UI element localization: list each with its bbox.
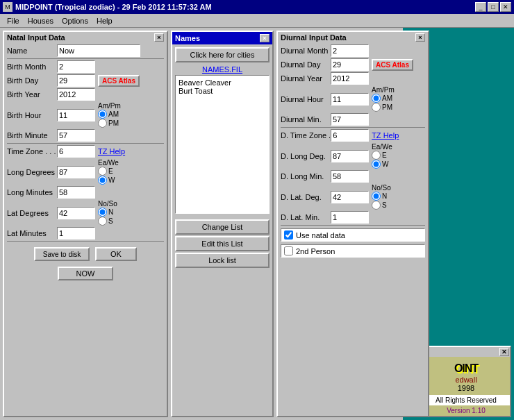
natal-timezone-input[interactable]: [57, 145, 95, 158]
natal-birth-month-input[interactable]: [57, 60, 95, 73]
natal-birth-hour-row: Birth Hour Am/Pm AM PM: [7, 102, 164, 128]
menu-file[interactable]: File: [3, 15, 24, 26]
close-button[interactable]: ✕: [500, 2, 511, 12]
maximize-button[interactable]: □: [488, 2, 499, 12]
natal-w-option[interactable]: W: [98, 176, 119, 185]
natal-name-label: Name: [7, 47, 57, 55]
diurnal-year-label: Diurnal Year: [281, 74, 331, 83]
natal-n-radio[interactable]: [98, 208, 107, 217]
diurnal-year-input[interactable]: [331, 72, 369, 85]
natal-am-option[interactable]: AM: [98, 110, 121, 119]
natal-s-radio[interactable]: [98, 217, 107, 226]
diurnal-eawe-group: Ea/We E W: [372, 143, 392, 169]
diurnal-w-radio[interactable]: [372, 160, 381, 169]
diurnal-second-person-label: 2nd Person: [296, 247, 335, 255]
natal-name-row: Name: [7, 44, 164, 57]
diurnal-day-label: Diurnal Day: [281, 60, 331, 69]
natal-birth-day-input[interactable]: [57, 74, 95, 87]
info-panel: ✕ OINT edwall 1998 All Rights Reserved V…: [421, 346, 511, 417]
diurnal-second-person-row: 2nd Person: [281, 244, 425, 258]
diurnal-am-radio[interactable]: [372, 94, 381, 103]
diurnal-long-deg-input[interactable]: [331, 150, 369, 162]
diurnal-hour-input[interactable]: [331, 93, 369, 106]
natal-pm-option[interactable]: PM: [98, 119, 121, 128]
diurnal-second-person-checkbox[interactable]: [284, 246, 293, 255]
diurnal-lat-deg-row: D. Lat. Deg. No/So N S: [281, 184, 425, 210]
diurnal-close-button[interactable]: ×: [415, 33, 425, 42]
names-edit-list-button[interactable]: Edit this List: [175, 236, 270, 251]
diurnal-w-option[interactable]: W: [372, 160, 392, 169]
info-year: 1998: [425, 384, 507, 392]
diurnal-e-option[interactable]: E: [372, 151, 392, 160]
names-click-here-button[interactable]: Click here for cities: [175, 47, 270, 62]
diurnal-ampm-group: Am/Pm AM PM: [372, 86, 395, 112]
diurnal-hour-row: Diurnal Hour Am/Pm AM PM: [281, 86, 425, 112]
natal-timezone-label: Time Zone . . .: [7, 147, 57, 156]
diurnal-e-radio[interactable]: [372, 151, 381, 160]
diurnal-use-natal-label: Use natal data: [296, 231, 345, 240]
diurnal-long-min-input[interactable]: [331, 170, 369, 183]
diurnal-use-natal-checkbox[interactable]: [284, 230, 293, 240]
diurnal-timezone-row: D. Time Zone . TZ Help: [281, 129, 425, 142]
natal-long-deg-label: Long Degrees: [7, 168, 57, 176]
diurnal-s-option[interactable]: S: [372, 201, 391, 210]
natal-birth-minute-input[interactable]: [57, 129, 95, 142]
list-item[interactable]: Beaver Cleaver: [179, 78, 266, 87]
natal-lat-deg-input[interactable]: [57, 207, 95, 219]
natal-eawe-group: Ea/We E W: [98, 159, 119, 185]
natal-close-button[interactable]: ×: [154, 33, 164, 42]
natal-tz-help-link[interactable]: TZ Help: [98, 147, 125, 156]
diurnal-day-input[interactable]: [331, 58, 369, 71]
diurnal-tz-help-link[interactable]: TZ Help: [372, 131, 399, 140]
natal-long-deg-input[interactable]: [57, 166, 95, 178]
diurnal-lat-deg-input[interactable]: [331, 191, 369, 203]
names-panel-title: Names ×: [172, 32, 272, 44]
natal-save-to-disk-button[interactable]: Save to disk: [34, 247, 90, 261]
natal-birth-month-row: Birth Month: [7, 60, 164, 73]
diurnal-n-option[interactable]: N: [372, 192, 391, 201]
diurnal-s-radio[interactable]: [372, 201, 381, 210]
minimize-button[interactable]: _: [475, 2, 486, 12]
natal-birth-year-input[interactable]: [57, 88, 95, 101]
natal-w-radio[interactable]: [98, 176, 107, 185]
menu-options[interactable]: Options: [58, 15, 92, 26]
diurnal-hour-label: Diurnal Hour: [281, 95, 331, 103]
natal-lat-min-input[interactable]: [57, 227, 95, 240]
natal-n-option[interactable]: N: [98, 208, 117, 217]
diurnal-n-radio[interactable]: [372, 192, 381, 201]
natal-am-radio[interactable]: [98, 110, 107, 119]
info-close-button[interactable]: ✕: [499, 348, 509, 356]
diurnal-ampm-label: Am/Pm: [372, 86, 395, 94]
natal-long-min-input[interactable]: [57, 186, 95, 199]
natal-pm-radio[interactable]: [98, 119, 107, 128]
natal-e-option[interactable]: E: [98, 167, 119, 176]
names-change-list-button[interactable]: Change List: [175, 219, 270, 235]
diurnal-timezone-input[interactable]: [331, 129, 369, 142]
natal-birth-hour-input[interactable]: [57, 109, 95, 121]
info-panel-header: ✕: [422, 347, 510, 357]
natal-ampm-label: Am/Pm: [98, 102, 121, 110]
diurnal-long-deg-row: D. Long Deg. Ea/We E W: [281, 143, 425, 169]
diurnal-pm-radio[interactable]: [372, 103, 381, 112]
natal-acs-atlas-button[interactable]: ACS Atlas: [98, 75, 140, 87]
diurnal-lat-min-input[interactable]: [331, 211, 369, 224]
natal-now-button[interactable]: NOW: [58, 267, 113, 280]
menu-help[interactable]: Help: [92, 15, 117, 26]
diurnal-month-input[interactable]: [331, 44, 369, 57]
natal-e-radio[interactable]: [98, 167, 107, 176]
natal-ok-button[interactable]: OK: [95, 247, 137, 261]
diurnal-acs-atlas-button[interactable]: ACS Atlas: [372, 59, 413, 71]
info-content: OINT edwall 1998: [422, 357, 510, 395]
diurnal-min-input[interactable]: [331, 113, 369, 126]
names-lock-list-button[interactable]: Lock list: [175, 253, 270, 268]
diurnal-am-option[interactable]: AM: [372, 94, 395, 103]
names-close-button[interactable]: ×: [260, 34, 270, 42]
natal-name-input[interactable]: [57, 44, 140, 57]
window-title: MIDPOINT (Tropical zodiac) - 29 Feb 2012…: [15, 3, 212, 11]
natal-s-option[interactable]: S: [98, 217, 117, 226]
diurnal-pm-option[interactable]: PM: [372, 103, 395, 112]
list-item[interactable]: Burt Toast: [179, 87, 266, 95]
menu-houses[interactable]: Houses: [24, 15, 58, 26]
natal-long-deg-row: Long Degrees Ea/We E W: [7, 159, 164, 185]
natal-divider-3: [7, 241, 164, 242]
